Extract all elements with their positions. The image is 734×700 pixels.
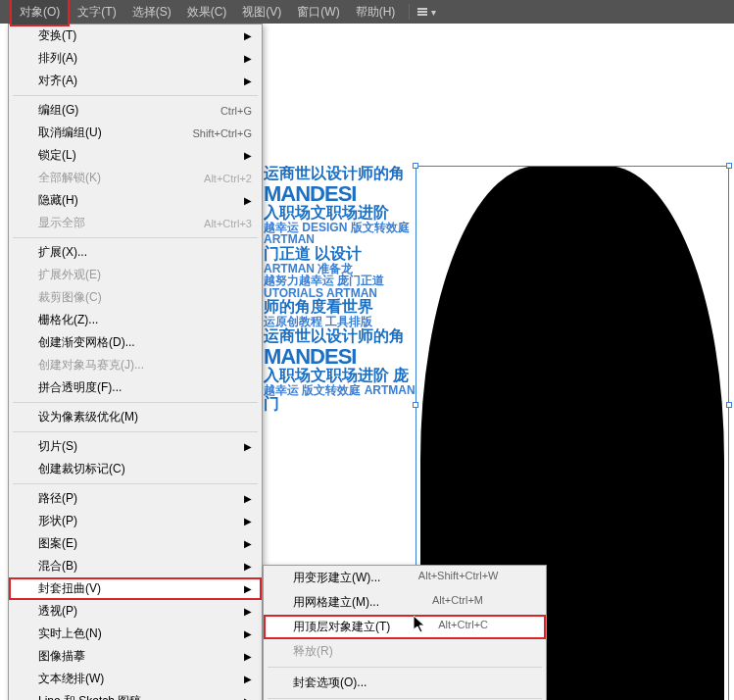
submenu-arrow-icon: ▶ <box>244 493 252 504</box>
submenu-item[interactable]: 用变形建立(W)...Alt+Shift+Ctrl+W <box>264 566 546 590</box>
menu-item[interactable]: 透视(P)▶ <box>9 600 262 623</box>
menu-item-label: 切片(S) <box>38 438 77 455</box>
menu-item-label: 隐藏(H) <box>38 192 78 209</box>
menu-item[interactable]: 图像描摹▶ <box>9 645 262 668</box>
menu-item[interactable]: 锁定(L)▶ <box>9 144 262 167</box>
menu-item[interactable]: 排列(A)▶ <box>9 47 262 70</box>
menu-item-label: 路径(P) <box>38 490 77 507</box>
menu-item[interactable]: 隐藏(H)▶ <box>9 189 262 212</box>
svg-rect-1 <box>417 11 427 13</box>
submenu-item[interactable]: 用网格建立(M)...Alt+Ctrl+M <box>264 590 546 615</box>
menu-item: 显示全部Alt+Ctrl+3 <box>9 212 262 234</box>
menu-item-label: 扩展外观(E) <box>38 267 101 283</box>
chevron-down-icon[interactable]: ▾ <box>431 7 436 18</box>
separator <box>268 698 542 699</box>
submenu-arrow-icon: ▶ <box>244 150 252 161</box>
text-artwork[interactable]: 运商世以设计师的角MANDESI入职场文职场进阶越幸运 DESIGN 版文转效庭… <box>264 166 440 577</box>
svg-rect-2 <box>417 14 427 16</box>
menu-window[interactable]: 窗口(W) <box>289 0 347 25</box>
menu-item[interactable]: 创建裁切标记(C) <box>9 458 262 480</box>
submenu-item-label: 封套选项(O)... <box>293 675 367 691</box>
menu-item: 创建对象马赛克(J)... <box>9 354 262 376</box>
separator <box>13 237 258 238</box>
handle-mr[interactable] <box>726 402 732 408</box>
menu-item-label: 取消编组(U) <box>38 125 102 141</box>
text-line: 门 <box>264 396 440 413</box>
shortcut: Alt+Ctrl+M <box>432 594 483 611</box>
menu-item[interactable]: 路径(P)▶ <box>9 487 262 510</box>
submenu-arrow-icon: ▶ <box>244 75 252 86</box>
submenu-arrow-icon: ▶ <box>244 538 252 549</box>
menu-item-label: 栅格化(Z)... <box>38 312 98 328</box>
menu-item-label: 变换(T) <box>38 27 76 44</box>
separator <box>13 95 258 96</box>
menu-item-label: 混合(B) <box>38 558 77 575</box>
separator <box>268 667 542 668</box>
menu-help[interactable]: 帮助(H) <box>348 0 404 25</box>
menu-item-label: 锁定(L) <box>38 147 76 164</box>
menu-item[interactable]: 取消编组(U)Shift+Ctrl+G <box>9 122 262 144</box>
menu-item[interactable]: 实时上色(N)▶ <box>9 623 262 645</box>
bar-icon[interactable] <box>416 5 429 19</box>
submenu-item-label: 释放(R) <box>293 643 333 660</box>
menu-item[interactable]: 创建渐变网格(D)... <box>9 331 262 354</box>
menu-item[interactable]: Line 和 Sketch 图稿▶ <box>9 690 262 700</box>
submenu-item-label: 用网格建立(M)... <box>293 594 379 611</box>
menu-item-label: 全部解锁(K) <box>38 170 101 186</box>
menu-item-label: 对齐(A) <box>38 73 77 89</box>
menu-item-label: 编组(G) <box>38 102 78 119</box>
shortcut: Alt+Ctrl+C <box>438 619 488 635</box>
shortcut: Alt+Ctrl+3 <box>204 218 252 229</box>
menu-item-label: 创建渐变网格(D)... <box>38 334 135 351</box>
submenu-arrow-icon: ▶ <box>244 696 252 700</box>
menu-object[interactable]: 对象(O) <box>10 0 70 26</box>
submenu-arrow-icon: ▶ <box>244 30 252 41</box>
text-line: 运商世以设计师的角 <box>264 166 440 182</box>
menu-view[interactable]: 视图(V) <box>234 0 289 25</box>
divider <box>409 4 410 20</box>
menu-item-label: 创建裁切标记(C) <box>38 461 125 477</box>
text-line: 运原创教程 工具排版 <box>264 316 440 328</box>
submenu-arrow-icon: ▶ <box>244 516 252 526</box>
menu-item[interactable]: 设为像素级优化(M) <box>9 406 262 428</box>
menu-text[interactable]: 文字(T) <box>70 0 123 25</box>
menu-item[interactable]: 扩展(X)... <box>9 241 262 264</box>
menu-select[interactable]: 选择(S) <box>124 0 179 25</box>
menu-item: 扩展外观(E) <box>9 264 262 286</box>
menu-item-label: 裁剪图像(C) <box>38 289 102 306</box>
submenu-item: 释放(R) <box>264 639 546 664</box>
menu-item-label: 拼合透明度(F)... <box>38 379 122 396</box>
menu-item-label: 封套扭曲(V) <box>38 580 101 597</box>
menu-item[interactable]: 形状(P)▶ <box>9 510 262 532</box>
text-line: 入职场文职场进阶 庞 <box>264 368 440 384</box>
text-line: 门正道 以设计 <box>264 246 440 263</box>
menu-item-label: 显示全部 <box>38 215 85 231</box>
menu-item[interactable]: 变换(T)▶ <box>9 25 262 47</box>
menu-item[interactable]: 对齐(A)▶ <box>9 70 262 92</box>
handle-tr[interactable] <box>726 163 732 169</box>
menu-item[interactable]: 混合(B)▶ <box>9 555 262 577</box>
svg-rect-0 <box>417 8 427 10</box>
menu-item[interactable]: 封套扭曲(V)▶ <box>9 577 262 600</box>
envelope-distort-submenu: 用变形建立(W)...Alt+Shift+Ctrl+W用网格建立(M)...Al… <box>263 565 547 700</box>
text-line: 越幸运 DESIGN 版文转效庭 ARTMAN <box>264 222 440 246</box>
menu-item[interactable]: 拼合透明度(F)... <box>9 376 262 399</box>
menu-effect[interactable]: 效果(C) <box>179 0 235 25</box>
submenu-item-label: 用变形建立(W)... <box>293 570 380 586</box>
menu-item[interactable]: 编组(G)Ctrl+G <box>9 99 262 122</box>
submenu-item[interactable]: 用顶层对象建立(T)Alt+Ctrl+C <box>264 615 546 639</box>
menu-item[interactable]: 切片(S)▶ <box>9 435 262 458</box>
menubar: 对象(O) 文字(T) 选择(S) 效果(C) 视图(V) 窗口(W) 帮助(H… <box>0 0 734 24</box>
menu-item-label: 图案(E) <box>38 535 77 552</box>
submenu-arrow-icon: ▶ <box>244 561 252 572</box>
shortcut: Alt+Ctrl+2 <box>204 173 252 184</box>
shortcut: Shift+Ctrl+G <box>192 127 252 139</box>
submenu-item[interactable]: 封套选项(O)... <box>264 671 546 695</box>
text-line: 越幸运 版文转效庭 ARTMAN <box>264 384 440 397</box>
menu-item[interactable]: 栅格化(Z)... <box>9 309 262 331</box>
separator <box>13 402 258 403</box>
cursor-icon <box>414 616 429 639</box>
menu-item[interactable]: 图案(E)▶ <box>9 532 262 555</box>
menu-item-label: 排列(A) <box>38 50 77 67</box>
menu-item[interactable]: 文本绕排(W)▶ <box>9 668 262 690</box>
